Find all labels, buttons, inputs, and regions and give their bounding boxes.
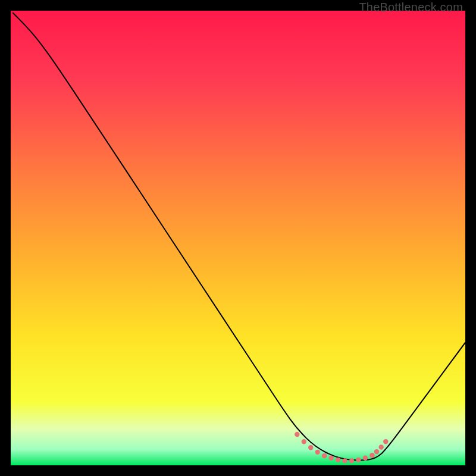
plot-area	[11, 11, 465, 465]
watermark-text: TheBottleneck.com	[359, 1, 463, 14]
optimal-marker	[336, 458, 340, 462]
optimal-marker	[374, 449, 379, 454]
optimal-marker	[342, 458, 347, 463]
optimal-marker	[315, 450, 320, 455]
optimal-marker	[378, 444, 383, 449]
optimal-marker	[349, 458, 354, 463]
optimal-marker	[302, 439, 306, 444]
optimal-marker	[383, 439, 388, 444]
optimal-marker	[328, 456, 333, 461]
gradient-background	[11, 11, 465, 465]
optimal-marker	[308, 445, 313, 450]
optimal-marker	[356, 458, 361, 462]
optimal-marker	[322, 453, 327, 458]
optimal-marker	[363, 456, 368, 461]
optimal-marker	[295, 432, 299, 437]
chart-frame	[11, 11, 465, 465]
optimal-marker	[369, 453, 374, 458]
bottleneck-chart	[11, 11, 465, 465]
